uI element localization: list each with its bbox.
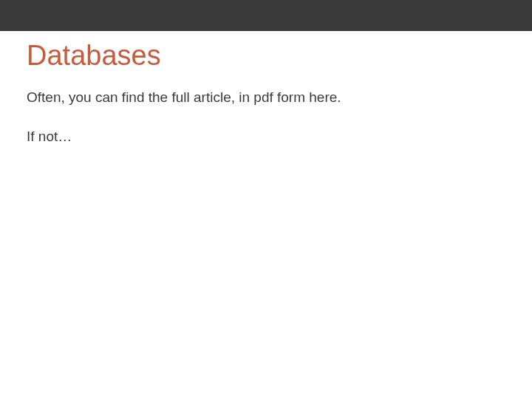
slide-title: Databases	[27, 40, 505, 72]
top-bar	[0, 0, 532, 31]
paragraph-1: Often, you can find the full article, in…	[27, 88, 505, 108]
slide-content: Databases Often, you can find the full a…	[0, 31, 532, 174]
paragraph-2: If not…	[27, 127, 505, 147]
